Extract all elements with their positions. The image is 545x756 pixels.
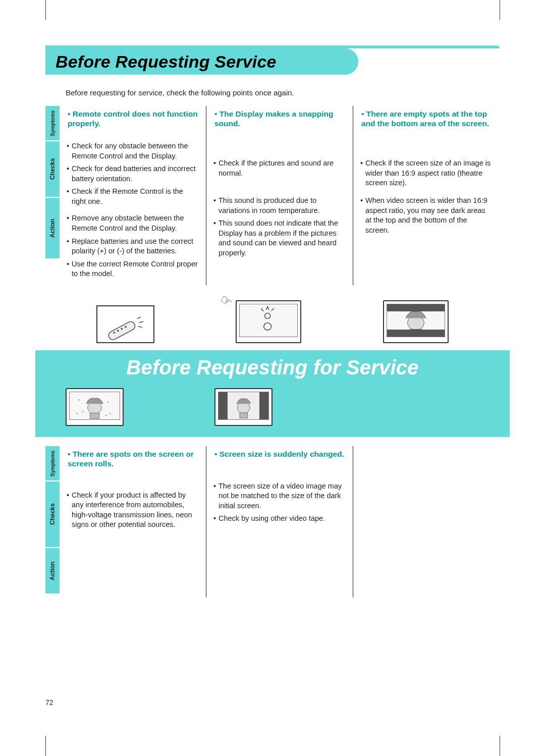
list-item: Check if your product is affected by any… [67, 491, 199, 530]
top-col2: The Display makes a snapping sound. Chec… [206, 106, 353, 285]
svg-point-12 [82, 411, 83, 412]
page-number: 72 [45, 698, 53, 707]
illustration-row-banner [35, 379, 510, 426]
svg-rect-18 [240, 413, 247, 418]
bottom-col1: There are spots on the screen or screen … [60, 446, 206, 598]
label-checks: Checks [45, 141, 60, 197]
illustration-row-top: ☞ [45, 300, 500, 343]
title-bar: Before Requesting Service [45, 45, 500, 76]
action-list: This sound is produced due to variations… [212, 195, 347, 264]
checks-list: Check for any obstacle between the Remot… [66, 140, 200, 212]
svg-point-4 [125, 326, 127, 328]
label-symptoms: Symptoms [45, 446, 60, 480]
size-change-tv-icon [214, 388, 272, 426]
checks-list: Check if the screen size of an image is … [359, 140, 494, 195]
svg-point-1 [113, 332, 115, 334]
list-item: This sound is produced due to variations… [213, 196, 346, 215]
list-item: Remove any obstacle between the Remote C… [67, 213, 199, 233]
page-title: Before Requesting Service [56, 52, 277, 72]
bottom-col3-empty [353, 446, 500, 598]
bottom-col2: Screen size is suddenly changed. The scr… [206, 446, 353, 598]
action-list [212, 546, 347, 591]
page-content: Before Requesting Service Before request… [45, 45, 500, 712]
list-item: The screen size of a video image may not… [213, 481, 346, 511]
list-item: Check if the pictures and sound are norm… [213, 158, 346, 178]
action-list [66, 546, 200, 591]
svg-point-2 [117, 330, 119, 332]
remote-control-icon [96, 305, 154, 343]
svg-point-6 [264, 322, 271, 330]
svg-point-16 [105, 415, 106, 416]
list-item: Use the correct Remote Control proper to… [67, 259, 199, 279]
svg-rect-0 [107, 320, 136, 341]
list-item: Check by using other video tape. [213, 514, 346, 524]
svg-point-3 [121, 328, 123, 330]
action-list: When video screen is wider than 16:9 asp… [359, 195, 494, 255]
top-col3: There are empty spots at the top and the… [353, 106, 500, 285]
symptom-heading: The Display makes a snapping sound. [212, 106, 347, 140]
label-action: Action [45, 198, 60, 258]
troubleshoot-top: Symptoms Checks Action Remote control do… [45, 106, 500, 285]
letterbox-tv-icon [383, 300, 449, 343]
list-item: When video screen is wider than 16:9 asp… [360, 196, 493, 235]
checks-list: Check if your product is affected by any… [66, 480, 200, 546]
symptom-heading: There are empty spots at the top and the… [359, 106, 494, 140]
checks-list: Check if the pictures and sound are norm… [212, 140, 347, 195]
label-action: Action [45, 548, 60, 593]
spots-tv-icon [66, 388, 124, 426]
intro-text: Before requesting for service, check the… [66, 88, 500, 97]
list-item: This sound does not indicate that the Di… [213, 219, 346, 258]
banner: Before Requesting for Service [35, 350, 510, 437]
list-item: Check if the Remote Control is the right… [67, 187, 199, 206]
snapping-tv-icon: ☞ [236, 300, 301, 343]
list-item: Check for any obstacle between the Remot… [67, 141, 199, 161]
svg-point-5 [265, 313, 270, 318]
label-symptoms: Symptoms [45, 106, 60, 140]
side-labels-bottom: Symptoms Checks Action [45, 446, 60, 598]
checks-list: The screen size of a video image may not… [212, 480, 347, 546]
pointing-hand-icon: ☞ [217, 291, 235, 310]
symptom-heading: Remote control does not function properl… [66, 106, 200, 140]
list-item: Check for dead batteries and incorrect b… [67, 164, 199, 184]
list-item: Check if the screen size of an image is … [360, 158, 493, 188]
side-labels-top: Symptoms Checks Action [45, 106, 60, 285]
svg-point-14 [110, 413, 111, 414]
label-checks: Checks [45, 481, 60, 547]
symptom-heading: Screen size is suddenly changed. [212, 446, 347, 480]
banner-title: Before Requesting for Service [35, 356, 510, 379]
action-list: Remove any obstacle between the Remote C… [66, 212, 200, 285]
svg-point-15 [77, 413, 78, 414]
symptom-heading: There are spots on the screen or screen … [66, 446, 200, 480]
top-col1: Remote control does not function properl… [60, 106, 206, 285]
troubleshoot-bottom: Symptoms Checks Action There are spots o… [45, 446, 500, 598]
svg-point-13 [107, 401, 108, 402]
list-item: Replace batteries and use the correct po… [67, 237, 199, 256]
svg-rect-10 [90, 413, 99, 418]
svg-point-11 [78, 399, 79, 400]
